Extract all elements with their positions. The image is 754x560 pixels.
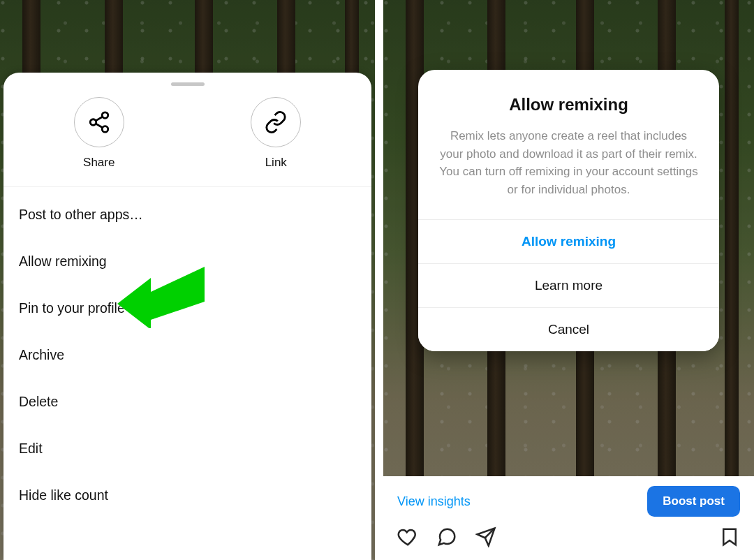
dialog-text: Remix lets anyone create a reel that inc… bbox=[439, 127, 698, 198]
panel-gap bbox=[375, 0, 383, 560]
menu-item-delete[interactable]: Delete bbox=[3, 378, 371, 425]
menu-item-allow-remixing[interactable]: Allow remixing bbox=[3, 238, 371, 285]
sheet-menu-list: Post to other apps… Allow remixing Pin t… bbox=[3, 187, 371, 523]
sheet-top-actions: Share Link bbox=[3, 90, 371, 187]
dialog-actions: Allow remixing Learn more Cancel bbox=[418, 219, 719, 351]
post-icon-row bbox=[383, 524, 754, 554]
insights-row: View insights Boost post bbox=[383, 476, 754, 524]
share-icon bbox=[74, 97, 124, 147]
sheet-drag-handle[interactable] bbox=[171, 82, 205, 86]
right-panel: Allow remixing Remix lets anyone create … bbox=[383, 0, 754, 560]
link-button[interactable]: Link bbox=[251, 97, 301, 170]
menu-item-archive[interactable]: Archive bbox=[3, 332, 371, 378]
menu-item-edit[interactable]: Edit bbox=[3, 425, 371, 472]
dialog-title: Allow remixing bbox=[439, 95, 698, 115]
svg-point-2 bbox=[102, 126, 108, 133]
boost-post-button[interactable]: Boost post bbox=[647, 486, 740, 517]
menu-item-hide-like-count[interactable]: Hide like count bbox=[3, 472, 371, 519]
remixing-dialog: Allow remixing Remix lets anyone create … bbox=[418, 70, 719, 351]
save-icon[interactable] bbox=[719, 526, 740, 547]
bottom-sheet: Share Link Post to other apps… Allow rem… bbox=[3, 73, 371, 560]
dialog-allow-remixing-button[interactable]: Allow remixing bbox=[418, 220, 719, 263]
svg-line-4 bbox=[96, 124, 103, 128]
post-action-strip: View insights Boost post bbox=[383, 476, 754, 560]
screenshot-stage: Share Link Post to other apps… Allow rem… bbox=[0, 0, 754, 560]
menu-item-post-to-other-apps[interactable]: Post to other apps… bbox=[3, 191, 371, 238]
menu-item-pin-to-profile[interactable]: Pin to your profile bbox=[3, 285, 371, 332]
link-icon bbox=[251, 97, 301, 147]
dialog-cancel-button[interactable]: Cancel bbox=[418, 307, 719, 351]
share-button[interactable]: Share bbox=[74, 97, 124, 170]
svg-line-3 bbox=[96, 117, 103, 121]
like-icon[interactable] bbox=[397, 526, 418, 547]
comment-icon[interactable] bbox=[436, 526, 457, 547]
svg-point-1 bbox=[90, 119, 96, 126]
link-label: Link bbox=[265, 156, 287, 170]
share-label: Share bbox=[83, 156, 114, 170]
view-insights-link[interactable]: View insights bbox=[397, 494, 471, 509]
left-panel: Share Link Post to other apps… Allow rem… bbox=[0, 0, 375, 560]
svg-point-0 bbox=[102, 112, 108, 119]
dialog-learn-more-button[interactable]: Learn more bbox=[418, 263, 719, 307]
dialog-body: Allow remixing Remix lets anyone create … bbox=[418, 70, 719, 219]
share-post-icon[interactable] bbox=[475, 526, 496, 547]
